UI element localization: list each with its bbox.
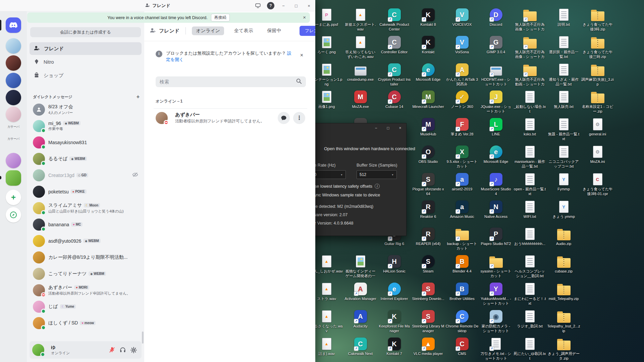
desktop-icon[interactable]: SSteinberg Library Manager [411, 310, 445, 334]
desktop-icon[interactable]: YYukkunMovieM... - ショートカット [479, 282, 513, 306]
server-icon[interactable] [6, 153, 21, 168]
dm-list-item[interactable]: じば☾Yume [30, 298, 142, 315]
desktop-icon[interactable]: aAmazon Music [445, 200, 479, 219]
desktop-icon[interactable]: DDiscord [479, 8, 513, 27]
maximize-button[interactable]: □ [290, 0, 303, 11]
desktop-icon[interactable]: ♪MuseScore Studio 4 [479, 173, 513, 196]
desktop-icon[interactable]: ◉家の防犯カメラ - ショートカット [479, 310, 513, 334]
desktop-icon[interactable]: SSteinberg Downlo... [411, 282, 445, 301]
dm-list-item[interactable]: Creator13gd◇GD [30, 167, 142, 183]
desktop-icon[interactable]: CCrypton Product Installer [377, 63, 411, 87]
tab-all[interactable]: 全て表示 [230, 26, 257, 35]
friend-row[interactable]: あずきバー活動者様以外原則フレンド申請許可してません。⋮ [154, 109, 307, 127]
server-folder-label[interactable]: カサーバ [0, 137, 27, 141]
message-button[interactable] [278, 112, 290, 124]
desktop-icon[interactable]: midi_Telepathy.zip [547, 282, 581, 301]
desktop-icon[interactable]: ⚙general.ini [581, 118, 614, 137]
desktop-icon[interactable]: SPlogue sforzando x64 [411, 173, 445, 196]
avatar[interactable] [32, 344, 44, 356]
explore-servers-button[interactable] [6, 207, 21, 223]
dm-list-item[interactable]: asdf@yuto0926◆WEBM [30, 233, 142, 249]
server-icon[interactable] [6, 38, 21, 54]
desktop-icon[interactable]: VVoiSona [445, 36, 479, 55]
desktop-icon[interactable]: createdump.exe [343, 63, 377, 82]
desktop-icon[interactable]: AActivation Manager [343, 282, 377, 301]
lowest-latency-checkbox[interactable]: Use lowest latency safety offsets i [312, 184, 380, 189]
desktop-icon[interactable]: おうhhhhhhhhhh... [513, 227, 547, 246]
server-icon[interactable] [6, 55, 21, 71]
desktop-icon[interactable]: ラジオ_歌詞.txt [513, 310, 547, 329]
close-button[interactable]: × [303, 0, 315, 11]
dialog-maximize-button[interactable]: □ [382, 123, 394, 133]
desktop-icon[interactable]: 無人販売不正行為動画 - ショートカット [513, 63, 547, 87]
create-dm-button[interactable]: + [137, 94, 140, 100]
desktop-icon[interactable]: eMicrosoft Edge [411, 63, 445, 82]
desktop-icon[interactable]: 万引きメモ.txt - ショートカット [479, 337, 513, 361]
dialog-close-button[interactable]: × [394, 123, 406, 133]
more-options-button[interactable]: ⋮ [293, 112, 305, 124]
desktop-icon[interactable]: manisekarin - 親作品一覧.txt [513, 145, 547, 169]
help-button[interactable]: ? [267, 2, 274, 9]
desktop-icon[interactable]: eInternet Explorer [377, 282, 411, 301]
dm-list-item[interactable]: Masayukisnow831 [30, 134, 142, 150]
desktop-icon[interactable]: CCubase 14 [377, 90, 411, 109]
desktop-icon[interactable]: KKontakt [411, 36, 445, 55]
desktop-icon[interactable]: 通知うざえ・親作品一覧.txt [547, 63, 581, 87]
desktop-icon[interactable]: ksks.txt [513, 118, 547, 137]
sync-sample-rate-checkbox[interactable]: Sync Windows sample rate to device [312, 193, 380, 197]
search-input[interactable] [160, 79, 296, 84]
dm-list-item[interactable]: bananana♥MC [30, 216, 142, 233]
desktop-icon[interactable]: PPiapro Studio NT2 [479, 227, 513, 246]
desktop-icon[interactable]: CCMS [445, 337, 479, 356]
desktop-icon[interactable]: 無人販売不正行為画像 - ショートカッ... [513, 8, 547, 32]
sidebar-item-shop[interactable]: ショップ [30, 69, 142, 82]
desktop-icon[interactable]: 死にたい_ゆ歌詞.txt [513, 337, 547, 361]
server-icon[interactable] [6, 170, 21, 186]
sidebar-item-friends[interactable]: フレンド [30, 42, 142, 55]
desktop-icon[interactable]: きょう食ってた午後3時.zip [581, 8, 614, 32]
desktop-icon[interactable]: CController Editor [377, 36, 411, 55]
desktop-icon[interactable]: ニコニコバックアップコー.txt [547, 145, 581, 169]
sidebar-scrollbar[interactable] [142, 331, 144, 344]
desktop-icon[interactable]: CChrome Remote Desktop [445, 310, 479, 334]
desktop-icon[interactable]: ▲新規エクスポート.wav [343, 8, 377, 32]
desktop-icon[interactable]: HDDFMT.exe - ショートカット [479, 63, 513, 87]
desktop-icon[interactable]: MMinecraft Launcher [411, 90, 445, 109]
server-folder-label[interactable]: カサーバ [0, 125, 27, 129]
desktop-icon[interactable]: ✓ノートン 360 [445, 90, 479, 109]
desktop-icon[interactable]: CCakewalk Next [343, 337, 377, 356]
deafen-button[interactable] [117, 345, 128, 355]
desktop-icon[interactable]: eMicrosoft Edge [479, 145, 513, 164]
desktop-icon[interactable]: SSteam [411, 255, 445, 274]
desktop-icon[interactable]: Telepathy_Inst_2...zip [547, 310, 581, 334]
desktop-icon[interactable]: syasinn - ショートカット [479, 255, 513, 279]
desktop-icon[interactable]: RReaktor 6 [411, 200, 445, 219]
desktop-icon[interactable]: Yきょう.ymmp [547, 200, 581, 219]
desktop-icon[interactable]: VVOICEVOX [445, 8, 479, 27]
desktop-icon[interactable]: MMuseHub [411, 118, 445, 137]
desktop-icon[interactable]: aairset2-2019 [445, 173, 479, 192]
sidebar-item-nitro[interactable]: Nitro [30, 56, 142, 68]
settings-gear-button[interactable] [128, 345, 139, 355]
dm-list-item[interactable]: るるそば◆WEBM [30, 150, 142, 167]
dm-list-item[interactable]: あずきバー♥MORI活動者様以外原則フレンド申請許可してません。 [30, 282, 142, 298]
banner-close-icon[interactable]: × [303, 14, 306, 20]
desktop-icon[interactable]: きょう_調声用データ.zip [547, 337, 581, 361]
discord-titlebar[interactable]: フレンド ? − □ × [0, 0, 315, 11]
desktop-icon[interactable]: AAudacity [343, 310, 377, 329]
desktop-icon[interactable]: 選択肢・親作品一覧.txt [547, 36, 581, 59]
minimize-button[interactable]: − [277, 0, 290, 11]
desktop-icon[interactable]: GGIMP 3.0.4 [479, 36, 513, 55]
tab-pending[interactable]: 保留中 [263, 26, 285, 35]
desktop-icon[interactable]: JJQuake.exe - ショートカット [479, 90, 513, 114]
desktop-icon[interactable]: Cきょう食ってた午後3時-01.cpr [581, 173, 614, 196]
desktop-icon[interactable]: まにわにーるど！.txt [513, 282, 547, 306]
notice-close-icon[interactable]: × [300, 52, 303, 58]
desktop-icon[interactable]: backup - ショートカット [445, 227, 479, 251]
desktop-icon[interactable]: 無題 - 親作品一覧.txt [547, 118, 581, 141]
desktop-icon[interactable]: OOBS Studio [411, 145, 445, 164]
server-icon[interactable] [6, 90, 21, 105]
desktop-icon[interactable]: 調声練習(失敗)_3.zip [581, 63, 614, 87]
desktop-icon[interactable]: KKeepforest File Manager [377, 310, 411, 334]
add-server-button[interactable]: + [6, 190, 21, 205]
